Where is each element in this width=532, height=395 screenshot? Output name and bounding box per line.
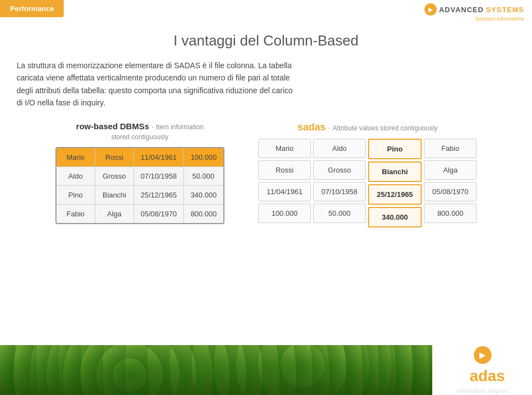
col1-cell1: Mario bbox=[258, 139, 311, 158]
performance-tab[interactable]: Performance bbox=[0, 0, 64, 17]
cell-aldo: Aldo bbox=[57, 167, 95, 185]
logo-brand: ▶ ADVANCEDSYSTEMS bbox=[424, 3, 524, 16]
col3-cell3: 25/12/1965 bbox=[368, 184, 422, 205]
desc-line2: caricata viene affettata verticalmente p… bbox=[17, 73, 290, 82]
diagram-divider bbox=[241, 121, 242, 232]
col3-cell4: 340.000 bbox=[368, 207, 422, 227]
table-row: Mario Rossi 11/04/1961 100.000 bbox=[57, 148, 223, 167]
logo-systems: SYSTEMS bbox=[486, 6, 524, 14]
bottom-bar: ▶ sadas intelligent engine bbox=[0, 345, 532, 395]
col1-cell2: Rossi bbox=[258, 160, 311, 180]
desc-line4: di I/O nella fase di inquiry. bbox=[17, 98, 105, 107]
col1-cell3: 11/04/1961 bbox=[258, 182, 311, 201]
sadas-logo-text: sadas bbox=[460, 367, 505, 385]
cell-date3: 25/12/1965 bbox=[134, 186, 184, 204]
col-based-dot: · bbox=[328, 123, 332, 132]
row-based-desc1: Item information bbox=[156, 123, 203, 131]
cell-val1: 100.000 bbox=[184, 148, 223, 166]
col2: Aldo Grosso 07/10/1958 50.000 bbox=[313, 139, 366, 227]
table-row: Pino Bianchi 25/12/1965 340.000 bbox=[57, 186, 223, 205]
logo-area: ▶ ADVANCEDSYSTEMS Soluzioni Informatiche bbox=[424, 3, 524, 22]
col4: Fabio Alga 05/08/1970 800.000 bbox=[424, 139, 477, 227]
col3-highlighted: Pino Bianchi 25/12/1965 340.000 bbox=[368, 139, 422, 227]
cell-val2: 50.000 bbox=[184, 167, 223, 185]
cell-date4: 05/08/1970 bbox=[134, 205, 184, 223]
cell-alga: Alga bbox=[95, 205, 134, 223]
cell-bianchi: Bianchi bbox=[95, 186, 134, 204]
col-based-section: sadas · Attribute values stored contiguo… bbox=[258, 121, 477, 227]
table-row: Aldo Grosso 07/10/1958 50.000 bbox=[57, 167, 223, 186]
cell-mario: Mario bbox=[57, 148, 95, 166]
row-based-header: row-based DBMSs · Item information store… bbox=[76, 121, 203, 141]
sadas-title: sadas bbox=[298, 121, 326, 133]
desc-line1: La struttura di memorizzazione elementar… bbox=[17, 61, 291, 70]
cell-val3: 340.000 bbox=[184, 186, 223, 204]
col4-cell3: 05/08/1970 bbox=[424, 182, 477, 201]
logo-icon: ▶ bbox=[424, 3, 437, 16]
page-description: La struttura di memorizzazione elementar… bbox=[17, 59, 515, 109]
table-row: Fabio Alga 05/08/1970 800.000 bbox=[57, 205, 223, 223]
logo-subtitle: Soluzioni Informatiche bbox=[475, 16, 524, 22]
row-based-table: Mario Rossi 11/04/1961 100.000 Aldo Gros… bbox=[55, 147, 224, 224]
bottom-right-logo: ▶ sadas intelligent engine bbox=[432, 345, 532, 395]
col2-cell2: Grosso bbox=[313, 160, 366, 180]
logo-advanced: ADVANCED bbox=[439, 6, 484, 14]
cell-fabio: Fabio bbox=[57, 205, 95, 223]
cell-date2: 07/10/1958 bbox=[134, 167, 184, 185]
cell-rossi: Rossi bbox=[95, 148, 134, 166]
col4-cell4: 800.000 bbox=[424, 204, 477, 223]
col-based-table: Mario Rossi 11/04/1961 100.000 Aldo Gros… bbox=[258, 139, 477, 227]
bottom-green-area bbox=[0, 345, 432, 395]
col-based-desc: Attribute values stored contiguously bbox=[332, 124, 437, 132]
diagram-area: row-based DBMSs · Item information store… bbox=[17, 121, 515, 232]
col4-cell1: Fabio bbox=[424, 139, 477, 158]
col2-cell4: 50.000 bbox=[313, 204, 366, 223]
page-title: I vantaggi del Column-Based bbox=[17, 32, 515, 49]
col2-cell1: Aldo bbox=[313, 139, 366, 158]
cell-pino: Pino bbox=[57, 186, 95, 204]
sadas-s-letter: s bbox=[460, 367, 469, 385]
intelligent-engine-label: intelligent engine bbox=[457, 387, 508, 394]
sadas-adas-letters: adas bbox=[469, 367, 505, 385]
row-based-desc2: stored contiguously bbox=[111, 133, 168, 141]
desc-line3: degli attributi della tabella: questo co… bbox=[17, 86, 293, 95]
col3-cell2: Bianchi bbox=[368, 161, 422, 182]
sadas-logo-icon: ▶ bbox=[474, 346, 492, 364]
cell-val4: 800.000 bbox=[184, 205, 223, 223]
row-based-section: row-based DBMSs · Item information store… bbox=[55, 121, 224, 224]
col3-cell1: Pino bbox=[368, 139, 422, 159]
col4-cell2: Alga bbox=[424, 160, 477, 180]
col1-cell4: 100.000 bbox=[258, 204, 311, 223]
main-content: I vantaggi del Column-Based La struttura… bbox=[0, 22, 532, 345]
cell-grosso: Grosso bbox=[95, 167, 134, 185]
col2-cell3: 07/10/1958 bbox=[313, 182, 366, 201]
col1: Mario Rossi 11/04/1961 100.000 bbox=[258, 139, 311, 227]
row-based-title: row-based DBMSs bbox=[76, 121, 149, 131]
cell-date1: 11/04/1961 bbox=[134, 148, 184, 166]
col-based-header: sadas · Attribute values stored contiguo… bbox=[298, 121, 438, 133]
